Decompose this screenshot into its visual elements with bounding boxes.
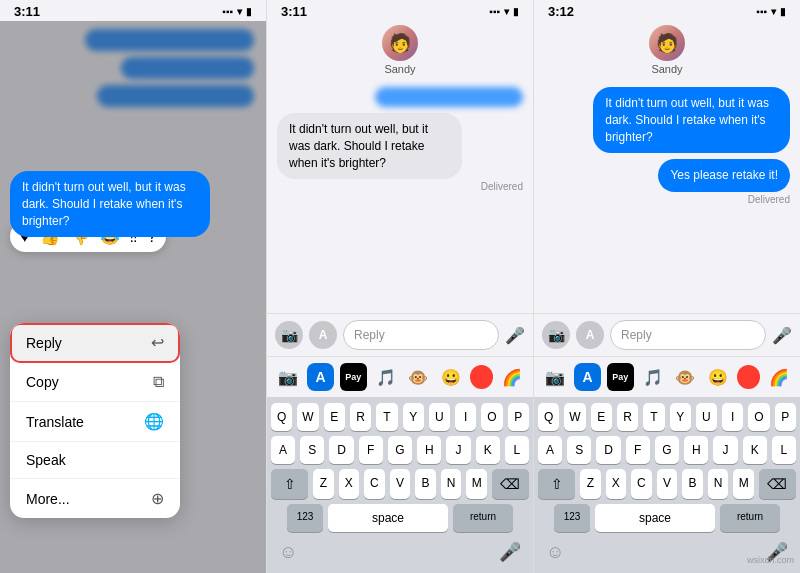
tray3-rainbow[interactable]: 🌈 — [766, 363, 792, 391]
key3-z[interactable]: Z — [580, 469, 601, 499]
key3-v[interactable]: V — [657, 469, 678, 499]
key-delete[interactable]: ⌫ — [492, 469, 529, 499]
menu-more[interactable]: More... ⊕ — [10, 479, 180, 518]
input-bar-2: 📷 A Reply 🎤 — [267, 313, 533, 356]
tray3-monkey[interactable]: 🐵 — [672, 363, 698, 391]
tray3-applepay[interactable]: Pay — [607, 363, 634, 391]
key3-n[interactable]: N — [708, 469, 729, 499]
key-n[interactable]: N — [441, 469, 462, 499]
menu-speak[interactable]: Speak — [10, 442, 180, 479]
key-b[interactable]: B — [415, 469, 436, 499]
tray-red[interactable] — [470, 365, 493, 389]
key3-d[interactable]: D — [596, 436, 620, 464]
key-q[interactable]: Q — [271, 403, 292, 431]
mic-button-2[interactable]: 🎤 — [499, 541, 521, 563]
key3-j[interactable]: J — [713, 436, 737, 464]
key-f[interactable]: F — [359, 436, 383, 464]
key-v[interactable]: V — [390, 469, 411, 499]
tray3-red[interactable] — [737, 365, 760, 389]
reply-input-2[interactable]: Reply — [343, 320, 499, 350]
status-bar-3: 3:12 ▪▪▪ ▾ ▮ — [534, 0, 800, 21]
key3-123[interactable]: 123 — [554, 504, 590, 532]
apps-icon-3[interactable]: A — [576, 321, 604, 349]
key-a[interactable]: A — [271, 436, 295, 464]
key-u[interactable]: U — [429, 403, 450, 431]
key-t[interactable]: T — [376, 403, 397, 431]
key-c[interactable]: C — [364, 469, 385, 499]
key3-e[interactable]: E — [591, 403, 612, 431]
key-h[interactable]: H — [417, 436, 441, 464]
key-p[interactable]: P — [508, 403, 529, 431]
key3-r[interactable]: R — [617, 403, 638, 431]
key3-h[interactable]: H — [684, 436, 708, 464]
key-y[interactable]: Y — [403, 403, 424, 431]
key-l[interactable]: L — [505, 436, 529, 464]
key3-shift[interactable]: ⇧ — [538, 469, 575, 499]
battery-icon: ▮ — [246, 6, 252, 17]
menu-translate[interactable]: Translate 🌐 — [10, 402, 180, 442]
key-w[interactable]: W — [297, 403, 318, 431]
key3-a[interactable]: A — [538, 436, 562, 464]
key-d[interactable]: D — [329, 436, 353, 464]
tray3-photos[interactable]: 📷 — [542, 363, 568, 391]
key3-c[interactable]: C — [631, 469, 652, 499]
key3-m[interactable]: M — [733, 469, 754, 499]
key3-delete[interactable]: ⌫ — [759, 469, 796, 499]
key3-o[interactable]: O — [748, 403, 769, 431]
tray-rainbow[interactable]: 🌈 — [499, 363, 525, 391]
key3-space[interactable]: space — [595, 504, 715, 532]
key-e[interactable]: E — [324, 403, 345, 431]
key-k[interactable]: K — [476, 436, 500, 464]
tray3-emoji[interactable]: 😀 — [704, 363, 730, 391]
key-z[interactable]: Z — [313, 469, 334, 499]
key3-f[interactable]: F — [626, 436, 650, 464]
key3-return[interactable]: return — [720, 504, 780, 532]
key-space[interactable]: space — [328, 504, 448, 532]
key3-l[interactable]: L — [772, 436, 796, 464]
key3-p[interactable]: P — [775, 403, 796, 431]
key-shift[interactable]: ⇧ — [271, 469, 308, 499]
key-j[interactable]: J — [446, 436, 470, 464]
key3-b[interactable]: B — [682, 469, 703, 499]
tray3-music[interactable]: 🎵 — [640, 363, 666, 391]
key-r[interactable]: R — [350, 403, 371, 431]
key3-y[interactable]: Y — [670, 403, 691, 431]
key-123[interactable]: 123 — [287, 504, 323, 532]
key-m[interactable]: M — [466, 469, 487, 499]
menu-copy[interactable]: Copy ⧉ — [10, 363, 180, 402]
key3-u[interactable]: U — [696, 403, 717, 431]
key3-i[interactable]: I — [722, 403, 743, 431]
key3-t[interactable]: T — [643, 403, 664, 431]
key3-s[interactable]: S — [567, 436, 591, 464]
camera-icon-2[interactable]: 📷 — [275, 321, 303, 349]
key-s[interactable]: S — [300, 436, 324, 464]
reply-input-3[interactable]: Reply — [610, 320, 766, 350]
mic-icon-2[interactable]: 🎤 — [505, 326, 525, 345]
tray-emoji[interactable]: 😀 — [437, 363, 463, 391]
key-o[interactable]: O — [481, 403, 502, 431]
key-return[interactable]: return — [453, 504, 513, 532]
key3-q[interactable]: Q — [538, 403, 559, 431]
tray-photos[interactable]: 📷 — [275, 363, 301, 391]
tray-appstore[interactable]: A — [307, 363, 333, 391]
key-i[interactable]: I — [455, 403, 476, 431]
emoji-button-3[interactable]: ☺ — [546, 542, 564, 563]
tray-music[interactable]: 🎵 — [373, 363, 399, 391]
keyboard-row-1: Q W E R T Y U I O P — [271, 403, 529, 431]
tray3-appstore[interactable]: A — [574, 363, 600, 391]
tray-monkey[interactable]: 🐵 — [405, 363, 431, 391]
key3-w[interactable]: W — [564, 403, 585, 431]
camera-icon-3[interactable]: 📷 — [542, 321, 570, 349]
key3-k[interactable]: K — [743, 436, 767, 464]
p2-delivered: Delivered — [277, 181, 523, 192]
menu-reply[interactable]: Reply ↩ — [10, 323, 180, 363]
apps-icon-2[interactable]: A — [309, 321, 337, 349]
mic-icon-3[interactable]: 🎤 — [772, 326, 792, 345]
tray-applepay[interactable]: Pay — [340, 363, 367, 391]
key3-g[interactable]: G — [655, 436, 679, 464]
key3-x[interactable]: X — [606, 469, 627, 499]
reply-icon: ↩ — [151, 333, 164, 352]
key-x[interactable]: X — [339, 469, 360, 499]
emoji-button-2[interactable]: ☺ — [279, 542, 297, 563]
key-g[interactable]: G — [388, 436, 412, 464]
